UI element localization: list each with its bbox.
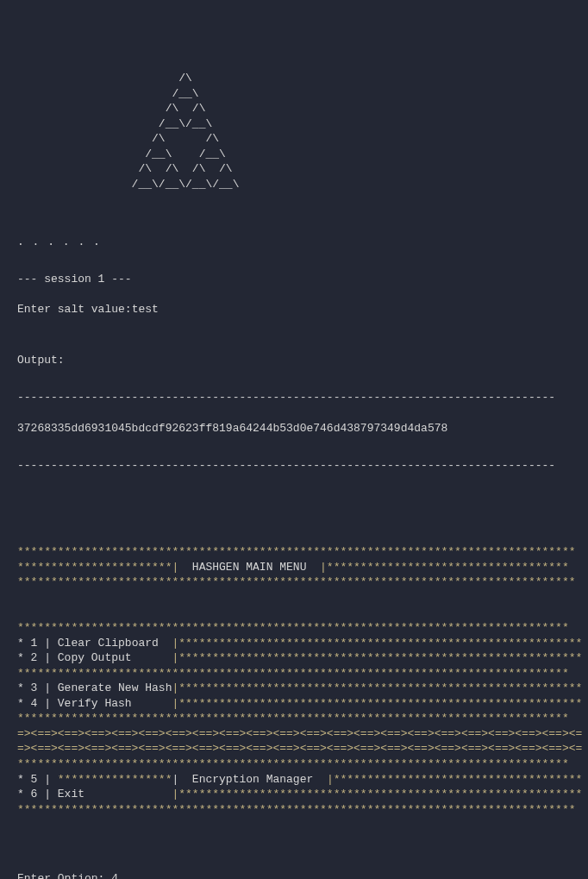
output-label: Output: <box>17 353 571 368</box>
enter-option-label: Enter Option: <box>17 872 111 879</box>
salt-prompt-line: Enter salt value:test <box>17 302 571 317</box>
menu-item-6[interactable]: * 6 | Exit |****************************… <box>17 788 582 801</box>
menu-title-left: ***********************| <box>17 561 178 574</box>
interaction-block: Enter Option: 4 Enter the hash to verify… <box>17 857 571 879</box>
menu-item-3[interactable]: * 3 | Generate New Hash|****************… <box>17 681 582 694</box>
menu-border-top-2: ****************************************… <box>17 575 576 588</box>
menu-sep-4: ****************************************… <box>17 757 569 770</box>
dash-line-bottom: ----------------------------------------… <box>17 458 571 474</box>
main-menu: ****************************************… <box>17 530 571 817</box>
menu-title-right: |************************************ <box>320 561 569 574</box>
menu-border-top-1: ****************************************… <box>17 545 576 558</box>
menu-item-5[interactable]: * 5 | *****************| Encryption Mana… <box>17 773 582 786</box>
enter-option-value[interactable]: 4 <box>111 872 118 879</box>
menu-item-4[interactable]: * 4 | Verify Hash |*********************… <box>17 697 582 710</box>
sierpinski-logo: /\ /__\ /\ /\ /__\/__\ /\ /\ /__\ /__\ /… <box>17 71 571 191</box>
menu-sep-3: ****************************************… <box>17 712 569 725</box>
menu-title: HASHGEN MAIN MENU <box>178 561 320 574</box>
hash-output-value: 37268335dd6931045bdcdf92623ff819a64244b5… <box>17 421 571 436</box>
menu-sep-2: ****************************************… <box>17 667 569 680</box>
menu-border-bottom: ****************************************… <box>17 803 576 816</box>
salt-input-value[interactable]: test <box>132 303 159 316</box>
session-label: --- session 1 --- <box>17 273 132 286</box>
menu-item-1[interactable]: * 1 | Clear Clipboard |*****************… <box>17 637 582 650</box>
separator-dots: . . . . . . <box>17 235 571 250</box>
menu-sep-1: ****************************************… <box>17 621 569 634</box>
dash-line-top: ----------------------------------------… <box>17 390 571 405</box>
salt-prompt: Enter salt value: <box>17 303 132 316</box>
enter-option-line: Enter Option: 4 <box>17 872 118 879</box>
session-header: --- session 1 --- <box>17 272 571 287</box>
menu-divider-x-1: =><==><==><==><==><==><==><==><==><==><=… <box>17 727 582 740</box>
menu-item-2[interactable]: * 2 | Copy Output |*********************… <box>17 651 582 664</box>
menu-divider-x-2: =><==><==><==><==><==><==><==><==><==><=… <box>17 742 582 755</box>
